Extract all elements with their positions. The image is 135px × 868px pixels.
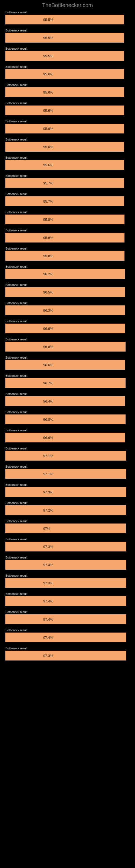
bar-value: 97.4% <box>43 563 53 567</box>
bar: 95.7% <box>5 196 124 206</box>
bar: 96.6% <box>5 433 125 442</box>
bar-group: Bottleneck result95.5% <box>5 29 130 42</box>
bar: 95.5% <box>5 33 124 42</box>
bar: 95.5% <box>5 14 124 24</box>
bar-value: 95.7% <box>43 181 53 185</box>
bar-label: Bottleneck result <box>5 429 130 432</box>
bar: 95.8% <box>5 215 125 224</box>
bar-group: Bottleneck result95.7% <box>5 192 130 206</box>
bar-group: Bottleneck result97.2% <box>5 501 130 515</box>
bar-value: 97.3% <box>43 545 53 549</box>
bar-value: 95.8% <box>43 236 53 240</box>
bar-value: 96.3% <box>43 308 53 312</box>
bar-label: Bottleneck result <box>5 29 130 32</box>
bar-label: Bottleneck result <box>5 647 130 650</box>
bar-group: Bottleneck result97.3% <box>5 538 130 552</box>
bar-label: Bottleneck result <box>5 247 130 250</box>
bar: 96.7% <box>5 378 126 388</box>
bar-group: Bottleneck result95.8% <box>5 247 130 261</box>
bar: 96.8% <box>5 342 126 351</box>
bar-value: 97.1% <box>43 472 53 476</box>
bar-group: Bottleneck result95.6% <box>5 156 130 170</box>
bar-value: 96.6% <box>43 327 53 331</box>
bar-group: Bottleneck result96.3% <box>5 301 130 315</box>
bar-value: 96.7% <box>43 381 53 385</box>
bar-value: 95.6% <box>43 72 53 76</box>
bar-label: Bottleneck result <box>5 447 130 450</box>
bar-label: Bottleneck result <box>5 47 130 50</box>
bar-label: Bottleneck result <box>5 174 130 177</box>
bar-label: Bottleneck result <box>5 283 130 286</box>
bar-value: 97.2% <box>43 508 53 513</box>
bar-label: Bottleneck result <box>5 501 130 504</box>
bar-group: Bottleneck result95.6% <box>5 65 130 79</box>
bar-value: 96.8% <box>43 345 53 349</box>
bar: 96.8% <box>5 414 126 424</box>
bar-label: Bottleneck result <box>5 410 130 414</box>
bar-label: Bottleneck result <box>5 265 130 268</box>
bar-value: 95.5% <box>43 54 53 58</box>
bar: 97.3% <box>5 542 126 552</box>
bar-label: Bottleneck result <box>5 465 130 468</box>
bar-value: 97% <box>43 527 50 531</box>
bar-label: Bottleneck result <box>5 10 130 14</box>
bar: 96.2% <box>5 269 125 279</box>
bar-value: 95.6% <box>43 145 53 149</box>
bar-value: 95.6% <box>43 108 53 113</box>
bar: 95.6% <box>5 142 124 152</box>
bar: 95.8% <box>5 251 125 261</box>
bar-group: Bottleneck result96.4% <box>5 392 130 406</box>
bar: 96.4% <box>5 396 125 406</box>
bar-group: Bottleneck result97.1% <box>5 447 130 461</box>
bar-group: Bottleneck result97.4% <box>5 628 130 642</box>
bar-group: Bottleneck result96.8% <box>5 410 130 424</box>
bar: 95.6% <box>5 160 124 170</box>
bar-group: Bottleneck result95.8% <box>5 211 130 224</box>
bar: 95.8% <box>5 233 125 243</box>
bar: 97.3% <box>5 651 126 660</box>
bar: 97% <box>5 524 126 533</box>
bar: 97.1% <box>5 469 126 479</box>
bar-label: Bottleneck result <box>5 138 130 141</box>
bar-label: Bottleneck result <box>5 229 130 232</box>
bar-value: 96.4% <box>43 399 53 403</box>
bar-label: Bottleneck result <box>5 520 130 523</box>
bar-label: Bottleneck result <box>5 610 130 614</box>
bar-group: Bottleneck result97% <box>5 520 130 533</box>
bar-label: Bottleneck result <box>5 319 130 323</box>
chart-container: Bottleneck result95.5%Bottleneck result9… <box>0 10 135 660</box>
bar-value: 97.4% <box>43 617 53 621</box>
bar-group: Bottleneck result95.6% <box>5 120 130 133</box>
bar-value: 96.2% <box>43 272 53 276</box>
bar: 96.5% <box>5 287 125 297</box>
bar-label: Bottleneck result <box>5 83 130 87</box>
bar: 97.4% <box>5 614 126 624</box>
bar: 97.4% <box>5 596 126 606</box>
bar-label: Bottleneck result <box>5 628 130 632</box>
bar-group: Bottleneck result97.3% <box>5 647 130 660</box>
bar-group: Bottleneck result95.6% <box>5 138 130 152</box>
bar-group: Bottleneck result97.1% <box>5 465 130 479</box>
bar: 95.6% <box>5 87 124 97</box>
bar-group: Bottleneck result95.6% <box>5 83 130 97</box>
bar-label: Bottleneck result <box>5 338 130 341</box>
bar-value: 95.6% <box>43 90 53 94</box>
bar: 96.6% <box>5 360 125 370</box>
bar-group: Bottleneck result95.5% <box>5 47 130 61</box>
bar: 97.3% <box>5 487 126 497</box>
bar-value: 95.8% <box>43 218 53 222</box>
bar: 95.6% <box>5 105 124 115</box>
bar-label: Bottleneck result <box>5 120 130 123</box>
bar-value: 97.1% <box>43 454 53 458</box>
bar: 95.6% <box>5 69 124 79</box>
bar-label: Bottleneck result <box>5 592 130 595</box>
bar: 97.1% <box>5 451 126 461</box>
bar: 96.3% <box>5 305 125 315</box>
bar: 97.4% <box>5 632 126 642</box>
bar-group: Bottleneck result95.5% <box>5 10 130 24</box>
bar-group: Bottleneck result97.3% <box>5 574 130 588</box>
bar-group: Bottleneck result96.6% <box>5 319 130 333</box>
bar: 95.6% <box>5 124 124 133</box>
bar-group: Bottleneck result96.5% <box>5 283 130 297</box>
bar-label: Bottleneck result <box>5 392 130 396</box>
